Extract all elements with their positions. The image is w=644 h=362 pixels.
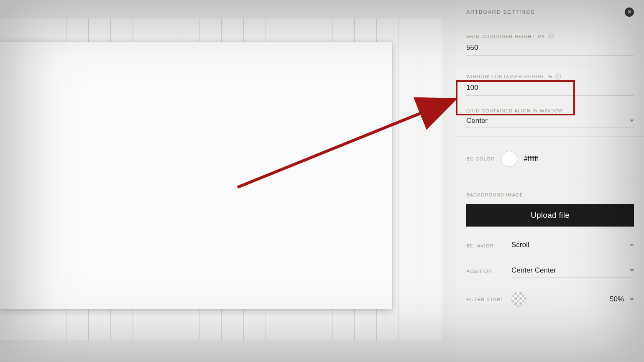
help-icon[interactable]: ? [555, 74, 561, 79]
canvas-area[interactable] [0, 0, 456, 362]
help-icon[interactable]: ? [548, 33, 554, 39]
row-position: POSITION Center Center [466, 265, 634, 278]
section-window-height: WINDOW CONTAINER HEIGHT, % ? [456, 64, 644, 102]
artboard[interactable] [0, 42, 392, 309]
behavior-select[interactable]: Scroll [511, 239, 634, 252]
position-label: POSITION [466, 269, 504, 274]
behavior-label: BEHAVIOR [466, 243, 504, 248]
panel-header: ARTBOARD SETTINGS [456, 0, 644, 24]
section-bgimage: BACKGROUND IMAGE Upload file BEHAVIOR Sc… [456, 181, 644, 315]
section-grid-height: GRID CONTAINER HEIGHT, PX ? [456, 24, 644, 64]
align-label: GRID CONTAINER ALIGN IN WINDOW [466, 108, 634, 113]
section-bgcolor: BG COLOR #ffffff [456, 137, 644, 181]
align-select[interactable]: Center [466, 113, 634, 128]
behavior-value: Scroll [511, 241, 529, 249]
settings-panel: ARTBOARD SETTINGS GRID CONTAINER HEIGHT,… [456, 0, 644, 362]
chevron-down-icon[interactable] [630, 298, 634, 301]
checker-swatch[interactable] [511, 292, 526, 307]
position-select[interactable]: Center Center [511, 265, 634, 278]
filter-label: FILTER START [466, 297, 504, 302]
position-value: Center Center [511, 266, 556, 275]
align-value: Center [466, 117, 488, 125]
row-filter-start: FILTER START 50% [466, 292, 634, 307]
window-height-label: WINDOW CONTAINER HEIGHT, % ? [466, 74, 634, 79]
grid-height-input[interactable] [466, 39, 634, 56]
grid-height-label: GRID CONTAINER HEIGHT, PX ? [466, 33, 634, 39]
section-align: GRID CONTAINER ALIGN IN WINDOW Center [456, 102, 644, 137]
upload-file-button[interactable]: Upload file [466, 204, 634, 227]
label-text: GRID CONTAINER ALIGN IN WINDOW [466, 108, 563, 113]
color-swatch[interactable] [501, 151, 517, 167]
bgcolor-label: BG COLOR [466, 156, 495, 161]
close-icon[interactable] [625, 8, 634, 17]
panel-title: ARTBOARD SETTINGS [466, 9, 535, 15]
chevron-down-icon [630, 269, 634, 272]
label-text: GRID CONTAINER HEIGHT, PX [466, 34, 545, 39]
chevron-down-icon [630, 244, 634, 246]
filter-value: 50% [610, 295, 624, 303]
chevron-down-icon [630, 120, 634, 122]
bgimage-label: BACKGROUND IMAGE [466, 192, 634, 197]
row-behavior: BEHAVIOR Scroll [466, 239, 634, 252]
window-height-input[interactable] [466, 79, 634, 96]
label-text: WINDOW CONTAINER HEIGHT, % [466, 74, 552, 79]
bgcolor-hex[interactable]: #ffffff [524, 155, 538, 163]
